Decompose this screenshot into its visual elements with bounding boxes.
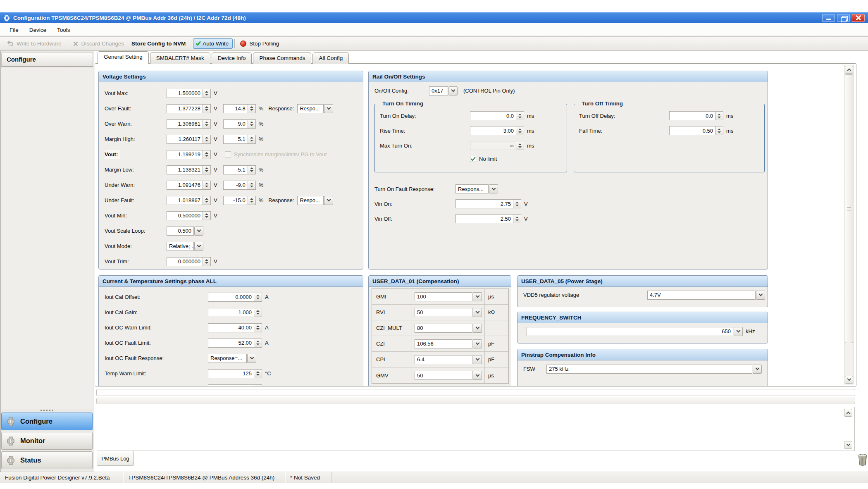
current-2-spinner[interactable] bbox=[254, 323, 262, 332]
log-scrollbar[interactable] bbox=[843, 408, 853, 449]
pmbus-log-area[interactable] bbox=[97, 407, 855, 451]
restore-button-icon[interactable] bbox=[837, 14, 850, 22]
voltage-10-value[interactable]: Relative; ... bbox=[167, 242, 194, 251]
ud01-czi_mult-value[interactable]: 80 bbox=[415, 324, 472, 333]
ud01-czi_mult-dropdown[interactable] bbox=[473, 324, 482, 333]
turn-on-fault-response-dropdown[interactable] bbox=[489, 184, 498, 193]
voltage-response-1-value[interactable]: Respo... bbox=[297, 104, 324, 113]
voltage-5-input[interactable]: 1.138321 bbox=[167, 165, 203, 174]
vin-0-input[interactable]: 2.75 bbox=[455, 199, 513, 208]
voltage-3-spinner[interactable] bbox=[203, 135, 211, 144]
sidebar-item-monitor[interactable]: Monitor bbox=[1, 432, 93, 450]
voltage-7-spinner[interactable] bbox=[203, 196, 211, 205]
turn-on-0-input[interactable]: 0.0 bbox=[470, 111, 516, 120]
tab-device-info[interactable]: Device Info bbox=[212, 52, 252, 64]
discard-changes-button[interactable]: Discard Changes bbox=[69, 39, 128, 48]
store-config-button[interactable]: Store Config to NVM bbox=[128, 39, 189, 48]
ud01-czi-dropdown[interactable] bbox=[473, 339, 482, 348]
voltage-1-input[interactable]: 1.377228 bbox=[167, 104, 203, 113]
turn-on-2-input[interactable]: ∞ bbox=[470, 141, 516, 150]
voltage-pct-5-input[interactable]: -5.1 bbox=[223, 165, 248, 174]
trash-icon[interactable] bbox=[857, 453, 868, 466]
horizontal-splitter-bar[interactable] bbox=[96, 389, 855, 396]
scroll-down-arrow-icon[interactable] bbox=[845, 376, 853, 384]
voltage-8-spinner[interactable] bbox=[203, 211, 211, 220]
voltage-pct-3-input[interactable]: 5.1 bbox=[223, 135, 248, 144]
voltage-pct-2-spinner[interactable] bbox=[248, 119, 256, 129]
tab-all-config[interactable]: All Config bbox=[312, 52, 349, 64]
tab-smbalert-mask[interactable]: SMBALERT# Mask bbox=[150, 52, 210, 64]
voltage-pct-5-spinner[interactable] bbox=[248, 165, 256, 174]
voltage-pct-6-spinner[interactable] bbox=[248, 181, 256, 190]
voltage-response-7-value[interactable]: Respo... bbox=[297, 196, 324, 205]
ud01-cpi-dropdown[interactable] bbox=[473, 355, 482, 364]
turn-on-1-spinner[interactable] bbox=[516, 126, 524, 135]
voltage-pct-1-input[interactable]: 14.8 bbox=[223, 104, 248, 113]
current-1-input[interactable]: 1.000 bbox=[208, 308, 254, 317]
voltage-3-input[interactable]: 1.260117 bbox=[167, 135, 203, 144]
vin-0-spinner[interactable] bbox=[513, 199, 521, 208]
voltage-11-spinner[interactable] bbox=[203, 257, 211, 266]
tab-phase-commands[interactable]: Phase Commands bbox=[253, 52, 311, 64]
minimize-button-icon[interactable] bbox=[822, 14, 835, 22]
turn-off-1-spinner[interactable] bbox=[715, 126, 723, 135]
ud01-cpi-value[interactable]: 6.4 bbox=[415, 355, 472, 364]
voltage-pct-7-spinner[interactable] bbox=[248, 196, 256, 205]
scrollbar-thumb[interactable] bbox=[845, 74, 853, 343]
ud01-rvi-dropdown[interactable] bbox=[473, 308, 482, 317]
auto-write-toggle[interactable]: Auto Write bbox=[193, 38, 233, 49]
voltage-2-input[interactable]: 1.306961 bbox=[167, 119, 203, 129]
horizontal-splitter-handle[interactable] bbox=[96, 398, 855, 404]
current-partial-spinner[interactable] bbox=[254, 384, 262, 387]
tab-general-setting[interactable]: General Setting bbox=[98, 51, 149, 64]
write-to-hardware-button[interactable]: Write to Hardware bbox=[3, 39, 65, 48]
ud01-gmv-dropdown[interactable] bbox=[473, 371, 482, 380]
voltage-11-input[interactable]: 0.000000 bbox=[167, 257, 203, 266]
vdd5-regulator-dropdown[interactable] bbox=[756, 291, 765, 300]
fsw-value[interactable]: 275 kHz bbox=[546, 365, 752, 374]
turn-on-2-spinner[interactable] bbox=[516, 141, 524, 150]
voltage-4-spinner[interactable] bbox=[203, 150, 211, 159]
current-3-input[interactable]: 52.00 bbox=[208, 339, 254, 348]
turn-on-fault-response-value[interactable]: Respons... bbox=[455, 184, 489, 193]
ud01-rvi-value[interactable]: 50 bbox=[415, 308, 472, 317]
vin-1-input[interactable]: 2.50 bbox=[455, 214, 513, 223]
voltage-4-input[interactable]: 1.199219 bbox=[167, 150, 203, 159]
voltage-9-value[interactable]: 0.500 bbox=[167, 227, 194, 236]
ud01-czi-value[interactable]: 106.56 bbox=[415, 339, 472, 348]
voltage-pct-6-input[interactable]: -9.0 bbox=[223, 181, 248, 190]
current-1-spinner[interactable] bbox=[254, 308, 262, 317]
ud01-gmv-value[interactable]: 50 bbox=[415, 371, 472, 380]
current-5-input[interactable]: 125 bbox=[208, 369, 254, 378]
voltage-0-input[interactable]: 1.500000 bbox=[167, 89, 203, 98]
turn-off-0-input[interactable]: 0.0 bbox=[669, 111, 715, 120]
ud01-gmi-dropdown[interactable] bbox=[473, 292, 482, 301]
voltage-6-spinner[interactable] bbox=[203, 181, 211, 190]
onoff-config-value[interactable]: 0x17 bbox=[429, 86, 448, 95]
turn-on-1-input[interactable]: 3.00 bbox=[470, 126, 516, 135]
current-partial-input[interactable] bbox=[208, 384, 254, 387]
voltage-1-spinner[interactable] bbox=[203, 104, 211, 113]
voltage-7-input[interactable]: 1.018867 bbox=[167, 196, 203, 205]
turn-on-0-spinner[interactable] bbox=[516, 111, 524, 120]
pmbus-log-tab[interactable]: PMBus Log bbox=[97, 451, 134, 466]
turn-off-1-input[interactable]: 0.50 bbox=[669, 126, 715, 135]
scroll-up-arrow-icon[interactable] bbox=[845, 66, 853, 74]
current-4-dropdown[interactable] bbox=[247, 354, 256, 363]
voltage-response-1-dropdown[interactable] bbox=[324, 104, 333, 113]
voltage-8-input[interactable]: 0.500000 bbox=[167, 211, 203, 220]
voltage-response-7-dropdown[interactable] bbox=[324, 196, 333, 205]
voltage-pct-3-spinner[interactable] bbox=[248, 135, 256, 144]
current-4-value[interactable]: Response=... bbox=[208, 354, 247, 363]
voltage-5-spinner[interactable] bbox=[203, 165, 211, 174]
current-0-input[interactable]: 0.0000 bbox=[208, 293, 254, 302]
sidebar-item-configure[interactable]: Configure bbox=[1, 413, 93, 430]
menu-item-file[interactable]: File bbox=[4, 25, 24, 35]
voltage-pct-1-spinner[interactable] bbox=[248, 104, 256, 113]
close-button-icon[interactable] bbox=[852, 14, 865, 22]
voltage-10-dropdown[interactable] bbox=[194, 242, 203, 251]
current-2-input[interactable]: 40.00 bbox=[208, 323, 254, 332]
sync-margins-checkbox[interactable] bbox=[225, 151, 231, 157]
main-vertical-scrollbar[interactable] bbox=[844, 65, 854, 384]
current-3-spinner[interactable] bbox=[254, 339, 262, 348]
